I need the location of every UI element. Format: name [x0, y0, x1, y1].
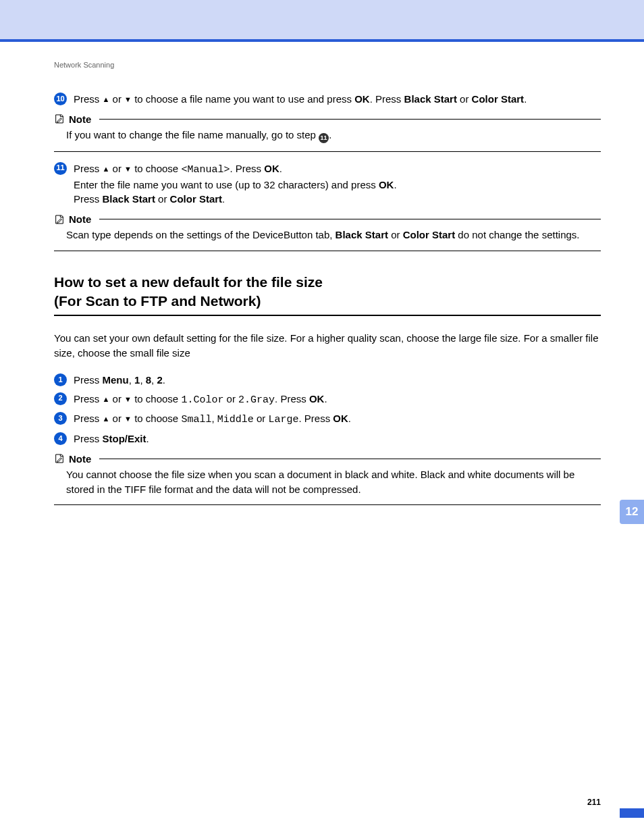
color-start-label: Color Start	[170, 193, 223, 205]
txt: ,	[211, 413, 217, 424]
ok-label: OK	[264, 163, 279, 174]
stop-exit-label: Stop/Exit	[103, 433, 146, 444]
step-3: 3 Press ▲ or ▼ to choose Small, Middle o…	[54, 411, 601, 427]
step-11-text: Press ▲ or ▼ to choose <Manual>. Press O…	[74, 161, 601, 207]
ok-label: OK	[354, 93, 370, 105]
step-bullet-2: 2	[54, 392, 67, 405]
txt: or	[109, 93, 124, 105]
note-body: If you want to change the file name manu…	[54, 125, 601, 147]
txt: .	[348, 413, 351, 424]
txt: .	[524, 93, 527, 105]
note-label: Note	[69, 453, 95, 465]
color-start-label: Color Start	[472, 93, 525, 105]
note-label: Note	[69, 213, 95, 225]
note-icon	[54, 453, 65, 464]
down-arrow-icon: ▼	[124, 395, 132, 403]
step-bullet-10: 10	[54, 93, 67, 105]
step-bullet-1: 1	[54, 373, 67, 386]
txt: .	[279, 163, 282, 174]
step-2: 2 Press ▲ or ▼ to choose 1.Color or 2.Gr…	[54, 392, 601, 408]
txt: If you want to change the file name manu…	[66, 129, 319, 140]
txt: to choose a file name you want to use an…	[132, 93, 354, 105]
txt: Press	[74, 193, 103, 205]
txt: . Press	[230, 163, 264, 174]
black-start-label: Black Start	[336, 229, 388, 240]
txt: to choose	[132, 163, 181, 174]
chapter-thumb-tab: 12	[620, 500, 644, 524]
note-header: Note	[54, 113, 601, 125]
note-rule	[99, 119, 601, 120]
step-2-text: Press ▲ or ▼ to choose 1.Color or 2.Gray…	[74, 392, 601, 408]
menu-label: Menu	[103, 374, 129, 386]
breadcrumb: Network Scanning	[54, 61, 601, 69]
heading-line-1: How to set a new default for the file si…	[54, 273, 601, 292]
txt: .	[329, 129, 331, 140]
num: 8	[146, 374, 151, 386]
note-icon	[54, 113, 65, 124]
page-content: Network Scanning 10 Press ▲ or ▼ to choo…	[0, 42, 644, 542]
section-heading: How to set a new default for the file si…	[54, 273, 601, 311]
up-arrow-icon: ▲	[103, 415, 110, 423]
ok-label: OK	[333, 413, 348, 424]
step-1-text: Press Menu, 1, 8, 2.	[74, 373, 601, 388]
heading-line-2: (For Scan to FTP and Network)	[54, 292, 601, 311]
txt: Press	[74, 374, 103, 386]
up-arrow-icon: ▲	[103, 165, 110, 173]
note-body: You cannot choose the file size when you…	[54, 465, 601, 501]
up-arrow-icon: ▲	[103, 395, 110, 403]
footer-blue-bar	[620, 808, 644, 818]
down-arrow-icon: ▼	[124, 95, 132, 103]
txt: Press	[74, 413, 103, 424]
txt: Scan type depends on the settings of the…	[66, 229, 336, 240]
txt: Press	[74, 93, 103, 105]
txt: . Press	[298, 413, 333, 424]
black-start-label: Black Start	[103, 193, 155, 205]
note-rule	[99, 459, 601, 459]
opt-code: 1.Color	[181, 394, 223, 406]
txt: .	[324, 393, 327, 405]
num: 2	[157, 374, 162, 386]
heading-rule	[54, 315, 601, 316]
txt: or	[109, 413, 124, 424]
note-block-1: Note If you want to change the file name…	[54, 113, 601, 152]
ok-label: OK	[309, 393, 325, 405]
step-11: 11 Press ▲ or ▼ to choose <Manual>. Pres…	[54, 161, 601, 207]
manual-code: <Manual>	[181, 164, 230, 176]
down-arrow-icon: ▼	[124, 165, 132, 173]
note-icon	[54, 214, 65, 225]
note-block-3: Note You cannot choose the file size whe…	[54, 453, 601, 506]
txt: ,	[140, 374, 145, 386]
opt-code: 2.Gray	[238, 394, 275, 406]
up-arrow-icon: ▲	[103, 95, 110, 103]
txt: . Press	[370, 93, 404, 105]
step-bullet-11: 11	[54, 162, 67, 175]
step-1: 1 Press Menu, 1, 8, 2.	[54, 373, 601, 388]
opt-code: Middle	[217, 414, 254, 425]
txt: to choose	[132, 413, 181, 424]
txt: do not change the settings.	[455, 229, 579, 240]
txt: Press	[74, 163, 103, 174]
note-header: Note	[54, 213, 601, 225]
note-header: Note	[54, 453, 601, 465]
txt: Press	[74, 393, 103, 405]
down-arrow-icon: ▼	[124, 415, 132, 423]
ok-label: OK	[379, 179, 394, 190]
top-header-bar	[0, 0, 644, 39]
txt: Press	[74, 433, 103, 444]
note-bottom-rule	[54, 151, 601, 152]
txt: to choose	[132, 393, 181, 405]
step-ref-11-icon: 11	[319, 133, 329, 143]
note-label: Note	[69, 113, 95, 125]
txt: or	[109, 393, 124, 405]
txt: or	[155, 193, 170, 205]
step-4: 4 Press Stop/Exit.	[54, 432, 601, 446]
txt: or	[388, 229, 403, 240]
txt: Enter the file name you want to use (up …	[74, 179, 379, 190]
opt-code: Large	[268, 414, 298, 425]
txt: or	[109, 163, 124, 174]
txt: .	[146, 433, 149, 444]
note-bottom-rule	[54, 251, 601, 251]
txt: .	[222, 193, 225, 205]
note-block-2: Note Scan type depends on the settings o…	[54, 213, 601, 251]
note-rule	[99, 219, 601, 219]
